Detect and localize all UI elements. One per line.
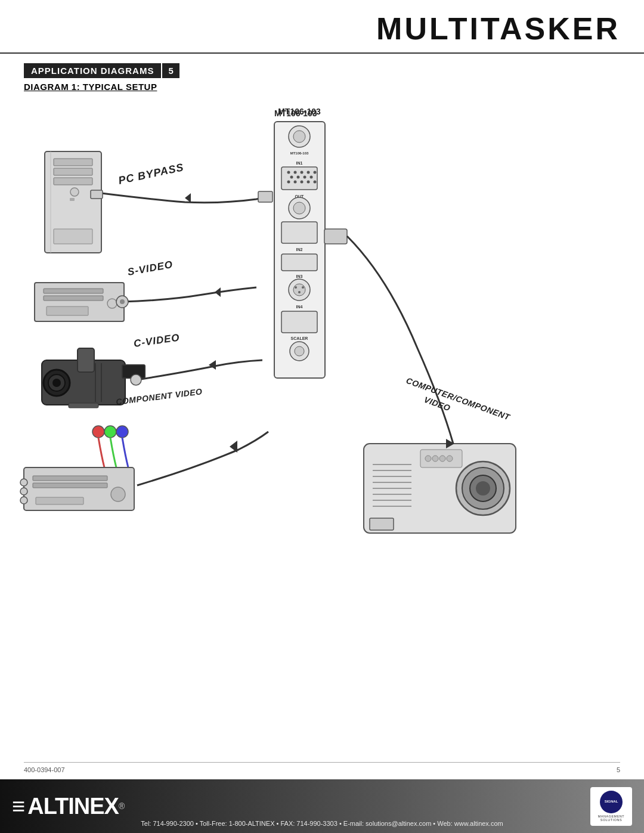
svg-rect-53 — [47, 306, 88, 315]
svg-point-80 — [20, 497, 27, 504]
footer-area: 400-0394-007 5 — [24, 762, 620, 773]
svg-text:IN1: IN1 — [296, 161, 303, 165]
svg-rect-45 — [91, 190, 103, 199]
svg-point-22 — [293, 202, 305, 214]
svg-point-55 — [120, 299, 125, 304]
section-label: APPLICATION DIAGRAMS — [24, 63, 161, 78]
svg-text:MT106-103: MT106-103 — [278, 107, 321, 116]
svg-text:COMPUTER/COMPONENT: COMPUTER/COMPONENT — [405, 376, 512, 422]
page-title: MULTITASKER — [376, 11, 620, 46]
svg-point-101 — [447, 456, 453, 462]
svg-text:IN4: IN4 — [296, 305, 303, 309]
section-number: 5 — [162, 63, 179, 78]
svg-rect-77 — [36, 497, 83, 504]
svg-point-16 — [294, 181, 297, 184]
svg-rect-41 — [54, 178, 92, 185]
svg-text:S-VIDEO: S-VIDEO — [126, 259, 174, 278]
svg-point-79 — [20, 488, 27, 495]
registered-trademark: ® — [119, 801, 125, 811]
signal-inner-text: SIGNAL — [605, 800, 618, 804]
svg-rect-102 — [370, 518, 394, 530]
svg-point-67 — [131, 374, 141, 385]
svg-point-7 — [294, 171, 297, 174]
svg-rect-51 — [44, 296, 103, 301]
svg-text:COMPONENT VIDEO: COMPONENT VIDEO — [115, 386, 203, 407]
svg-point-17 — [301, 181, 304, 184]
svg-point-11 — [290, 176, 293, 179]
svg-point-19 — [314, 181, 317, 184]
svg-point-70 — [92, 426, 104, 438]
svg-point-72 — [116, 426, 128, 438]
svg-point-18 — [307, 181, 310, 184]
svg-text:C-VIDEO: C-VIDEO — [133, 332, 181, 349]
svg-point-31 — [298, 291, 301, 293]
svg-rect-46 — [258, 191, 273, 202]
svg-point-30 — [302, 286, 304, 289]
svg-text:PC BYPASS: PC BYPASS — [117, 161, 185, 187]
svg-point-52 — [107, 299, 117, 308]
logo-arrow-icon: ≡ — [12, 794, 25, 819]
contact-text: Tel: 714-990-2300 • Toll-Free: 1-800-ALT… — [141, 820, 503, 827]
svg-point-78 — [20, 479, 27, 486]
svg-rect-59 — [78, 348, 94, 372]
svg-text:SCALER: SCALER — [291, 336, 308, 340]
svg-point-71 — [104, 426, 116, 438]
svg-point-2 — [293, 131, 305, 143]
svg-rect-43 — [70, 198, 75, 201]
svg-text:MT106-103: MT106-103 — [290, 151, 309, 155]
svg-point-28 — [293, 284, 305, 296]
svg-point-6 — [287, 171, 290, 174]
altinex-logo-text: ALTINEX — [27, 794, 119, 819]
projector — [364, 444, 516, 533]
svg-rect-25 — [281, 254, 317, 271]
svg-rect-74 — [33, 476, 107, 481]
svg-point-96 — [476, 481, 490, 496]
page-number: 5 — [617, 766, 620, 773]
diagram-title: DIAGRAM 1: TYPICAL SETUP — [24, 82, 620, 92]
svg-point-15 — [287, 181, 290, 184]
svg-rect-66 — [69, 403, 98, 408]
svg-point-100 — [439, 456, 445, 462]
component-cables — [92, 426, 128, 467]
diagram-svg: MT106-103 IN1 OUT — [0, 98, 596, 569]
svg-rect-83 — [324, 229, 347, 244]
svg-point-14 — [310, 176, 313, 179]
svg-point-10 — [314, 171, 317, 174]
device-unit: MT106-103 IN1 OUT — [274, 122, 325, 378]
svg-rect-44 — [54, 229, 92, 244]
section-header: APPLICATION DIAGRAMS 5 — [24, 63, 620, 78]
svideo-device — [35, 283, 124, 321]
footer-page-info: 400-0394-007 5 — [24, 766, 620, 773]
svg-rect-50 — [44, 289, 103, 293]
svg-point-9 — [307, 171, 310, 174]
svg-rect-33 — [281, 311, 317, 333]
svg-point-36 — [295, 346, 304, 356]
svg-point-62 — [52, 379, 61, 387]
svg-rect-75 — [33, 483, 107, 488]
svg-rect-40 — [54, 168, 92, 175]
svg-point-98 — [425, 456, 431, 462]
page-header: MULTITASKER — [0, 0, 644, 54]
svg-text:IN3: IN3 — [296, 274, 303, 278]
svg-point-12 — [297, 176, 300, 179]
dvd-bottom — [20, 467, 134, 510]
svg-point-29 — [295, 286, 297, 289]
svg-rect-39 — [54, 159, 92, 166]
svg-rect-23 — [281, 222, 317, 243]
bottom-bar: ≡ ALTINEX ® SIGNAL MANAGEMENTSOLUTIONS T… — [0, 779, 644, 833]
svg-point-42 — [70, 188, 79, 196]
svg-point-13 — [304, 176, 306, 179]
svg-point-8 — [301, 171, 304, 174]
main-content: MT106-103 MT106-103 IN1 — [0, 98, 644, 587]
svg-marker-68 — [209, 360, 216, 370]
signal-circle-icon: SIGNAL — [600, 791, 623, 813]
svg-marker-56 — [215, 287, 221, 297]
part-number: 400-0394-007 — [24, 766, 65, 773]
svg-point-76 — [111, 487, 125, 501]
svg-text:IN2: IN2 — [296, 247, 303, 252]
svg-point-99 — [432, 456, 438, 462]
altinex-logo: ≡ ALTINEX ® — [12, 794, 125, 819]
footer-divider — [24, 762, 620, 763]
contact-footer: Tel: 714-990-2300 • Toll-Free: 1-800-ALT… — [0, 817, 644, 828]
pc-tower — [45, 151, 101, 253]
